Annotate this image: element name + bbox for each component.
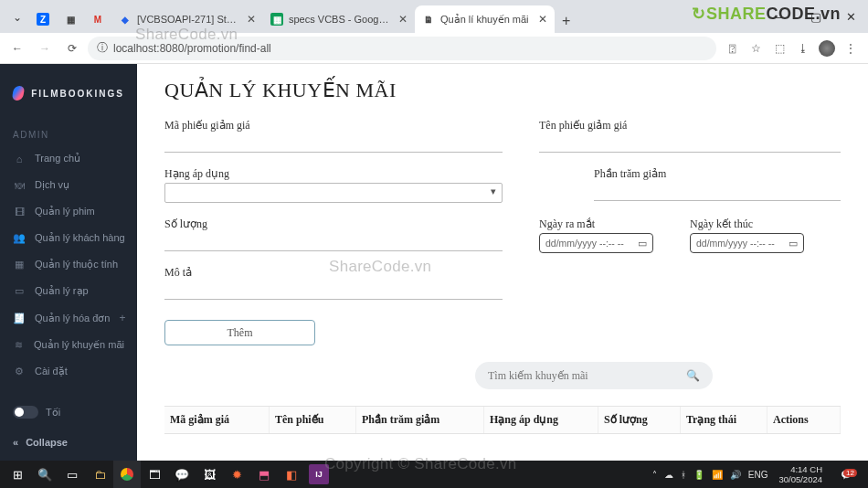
close-icon[interactable]: ✕: [538, 13, 547, 26]
chrome-menu-icon[interactable]: ⋮: [842, 40, 859, 57]
search-input[interactable]: Tìm kiếm khuyến mãi 🔍: [475, 362, 713, 389]
close-icon[interactable]: ✕: [398, 13, 408, 26]
name-input[interactable]: [539, 134, 841, 153]
field-qty: Số lượng: [164, 217, 503, 251]
gear-icon: ⚙: [13, 366, 26, 377]
add-button[interactable]: Thêm: [164, 320, 315, 345]
battery-icon[interactable]: 🔋: [693, 470, 704, 480]
site-info-icon[interactable]: ⓘ: [97, 40, 108, 56]
logo-text: FILMBOOKINGS: [31, 89, 124, 99]
back-button[interactable]: ←: [5, 37, 29, 60]
start-date-input[interactable]: dd/mm/yyyy --:-- --▭: [539, 233, 653, 253]
chrome-taskbar-icon[interactable]: [113, 461, 141, 488]
bookmark-icon[interactable]: ☆: [747, 40, 764, 57]
percent-input[interactable]: [594, 183, 841, 201]
language-indicator[interactable]: ENG: [748, 470, 768, 480]
qty-label: Số lượng: [164, 217, 503, 231]
rank-select[interactable]: [164, 183, 503, 203]
sidebar-item-service[interactable]: 🍽Dịch vụ: [0, 172, 137, 198]
new-tab-button[interactable]: +: [555, 9, 578, 33]
app-icon-1[interactable]: 🗔: [141, 461, 168, 488]
taskbar-clock[interactable]: 4:14 CH 30/05/2024: [775, 464, 826, 484]
app-icon-4[interactable]: ✹: [223, 461, 250, 488]
forward-button[interactable]: →: [33, 37, 57, 60]
page-icon: 🗎: [422, 13, 435, 26]
reload-button[interactable]: ⟳: [60, 37, 84, 60]
film-icon: 🎞: [13, 207, 26, 217]
th-rank: Hạng áp dụng: [484, 407, 598, 433]
jira-icon: ◆: [119, 13, 132, 26]
browser-tab-1[interactable]: ▦: [57, 5, 84, 33]
plus-icon: +: [120, 312, 126, 324]
sidebar-item-label: Trang chủ: [35, 153, 124, 164]
start-button[interactable]: ⊞: [4, 461, 31, 488]
main-panel: QUẢN LÝ KHUYẾN MÃI Mã phiếu giảm giá Tên…: [137, 64, 868, 461]
dark-mode-toggle[interactable]: [13, 406, 38, 419]
sidebar-item-promotions[interactable]: ≋Quản lý khuyến mãi: [0, 332, 137, 358]
field-code: Mã phiếu giảm giá: [164, 119, 503, 153]
share-icon[interactable]: ⍰: [724, 40, 740, 57]
browser-tab-2[interactable]: M: [84, 5, 111, 33]
desc-input[interactable]: [164, 281, 503, 300]
sidebar-item-label: Quản lý khách hàng: [35, 232, 125, 244]
sidebar-item-films[interactable]: 🎞Quản lý phim: [0, 198, 137, 225]
sidebar-item-cinema[interactable]: ▭Quản lý rạp: [0, 278, 137, 304]
sidebar-item-attributes[interactable]: ▦Quản lý thuộc tính: [0, 251, 137, 278]
field-rank: Hạng áp dụng: [164, 167, 503, 203]
app-icon-3[interactable]: 🖼: [196, 461, 223, 488]
sidebar-item-label: Quản lý rạp: [35, 285, 124, 297]
tray-chevron-icon[interactable]: ˄: [652, 470, 657, 480]
search-icon: 🔍: [686, 369, 700, 383]
home-icon: ⌂: [13, 154, 26, 164]
qty-input[interactable]: [164, 233, 503, 251]
sidebar-item-label: Quản lý hóa đơn: [35, 313, 111, 324]
promo-table-header: Mã giảm giá Tên phiếu Phần trăm giảm Hạn…: [164, 406, 841, 434]
intellij-icon[interactable]: IJ: [309, 464, 329, 484]
url-input[interactable]: ⓘ localhost:8080/promotion/find-all: [88, 37, 716, 60]
close-icon[interactable]: ✕: [247, 13, 256, 26]
gmail-icon: M: [91, 13, 104, 26]
sidebar-item-customers[interactable]: 👥Quản lý khách hàng: [0, 225, 137, 251]
sidebar-item-label: Quản lý phim: [35, 206, 124, 217]
task-view-icon[interactable]: ▭: [58, 461, 86, 488]
end-date-input[interactable]: dd/mm/yyyy --:-- --▭: [690, 233, 804, 253]
collapse-sidebar-button[interactable]: « Collapse: [0, 428, 137, 461]
volume-icon[interactable]: 🔊: [730, 470, 741, 480]
brand-logo[interactable]: FILMBOOKINGS: [0, 77, 137, 117]
notification-center-icon[interactable]: 💬12: [833, 470, 859, 480]
sidebar-item-home[interactable]: ⌂Trang chủ: [0, 145, 137, 172]
bluetooth-icon[interactable]: ᚼ: [681, 470, 686, 480]
calendar-icon: ▭: [789, 238, 798, 249]
dark-mode-row: Tối: [0, 397, 137, 428]
date-placeholder: dd/mm/yyyy --:-- --: [696, 238, 775, 249]
extension-icon[interactable]: ⬚: [771, 40, 788, 57]
app-icon-5[interactable]: ⬒: [250, 461, 278, 488]
code-input[interactable]: [164, 134, 503, 153]
wifi-icon[interactable]: 📶: [712, 470, 723, 480]
sidebar-item-invoices[interactable]: 🧾Quản lý hóa đơn+: [0, 304, 137, 332]
download-icon[interactable]: ⭳: [795, 40, 811, 57]
desc-label: Mô tả: [164, 266, 503, 280]
app-icon-6[interactable]: ◧: [278, 461, 305, 488]
tab-title: Quản lí khuyến mãi: [440, 14, 529, 26]
clock-time: 4:14 CH: [790, 464, 822, 474]
sidebar-item-label: Quản lý khuyến mãi: [34, 339, 124, 351]
explorer-icon[interactable]: 🗀: [86, 461, 113, 488]
app-icon-2[interactable]: 💬: [168, 461, 196, 488]
th-status: Trạng thái: [681, 407, 767, 433]
profile-avatar[interactable]: [819, 40, 835, 57]
browser-tab-4[interactable]: ▦specs VCBS - Google Trang tính✕: [263, 5, 415, 33]
collapse-label: Collapse: [26, 437, 68, 448]
tab-search-icon[interactable]: ⌄: [7, 7, 27, 27]
sidebar-item-settings[interactable]: ⚙Cài đặt: [0, 358, 137, 385]
browser-tab-5[interactable]: 🗎Quản lí khuyến mãi✕: [415, 5, 555, 33]
promo-icon: ≋: [13, 339, 25, 351]
system-tray: ˄ ☁ ᚼ 🔋 📶 🔊 ENG 4:14 CH 30/05/2024 💬12: [652, 464, 864, 484]
app-icon: ▦: [64, 13, 77, 26]
taskbar-search-icon[interactable]: 🔍: [31, 461, 58, 488]
search-placeholder: Tìm kiếm khuyến mãi: [488, 369, 588, 383]
browser-tab-3[interactable]: ◆[VCBSOAPI-271] Store Procedu✕: [111, 5, 263, 33]
cloud-icon[interactable]: ☁: [664, 470, 673, 480]
browser-tab-0[interactable]: Z: [29, 5, 57, 33]
sidebar-item-label: Dịch vụ: [35, 179, 124, 191]
